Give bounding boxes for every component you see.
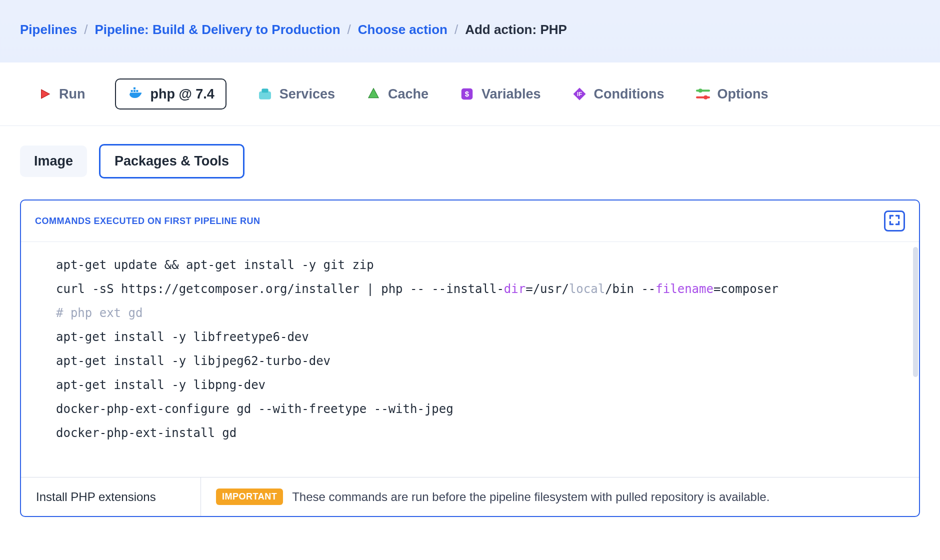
code-line: apt-get install -y libfreetype6-dev: [56, 325, 899, 349]
svg-rect-5: [262, 88, 268, 92]
tab-options-label: Options: [718, 86, 768, 102]
editor-header-title: COMMANDS EXECUTED ON FIRST PIPELINE RUN: [35, 216, 260, 226]
breadcrumb-current: Add action: PHP: [465, 22, 567, 38]
tab-environment-label: php @ 7.4: [150, 86, 214, 102]
subtab-image[interactable]: Image: [20, 146, 87, 177]
scrollbar[interactable]: [913, 247, 918, 377]
tab-cache-label: Cache: [388, 86, 428, 102]
breadcrumb: Pipelines / Pipeline: Build & Delivery t…: [20, 22, 920, 38]
expand-button[interactable]: [884, 210, 905, 232]
breadcrumb-separator: /: [84, 22, 88, 38]
action-tabs: Run php @ 7.4 Services: [0, 62, 940, 126]
svg-point-12: [704, 96, 708, 100]
tab-run[interactable]: Run: [36, 86, 85, 102]
code-editor[interactable]: apt-get update && apt-get install -y git…: [21, 242, 919, 477]
code-line: apt-get update && apt-get install -y git…: [56, 253, 899, 277]
tab-cache[interactable]: Cache: [365, 86, 428, 102]
docker-icon: [127, 86, 144, 102]
play-icon: [36, 86, 53, 102]
footer-note: IMPORTANT These commands are run before …: [201, 478, 784, 516]
sub-tabs: Image Packages & Tools: [20, 144, 920, 178]
svg-rect-0: [131, 90, 133, 92]
tab-options[interactable]: Options: [694, 86, 768, 102]
breadcrumb-link-choose-action[interactable]: Choose action: [358, 22, 448, 38]
variables-icon: $: [458, 86, 476, 102]
options-icon: [694, 86, 712, 102]
breadcrumb-link-pipelines[interactable]: Pipelines: [20, 22, 77, 38]
svg-rect-1: [134, 90, 136, 92]
code-line: apt-get install -y libjpeg62-turbo-dev: [56, 349, 899, 373]
tab-variables-label: Variables: [482, 86, 541, 102]
tab-run-label: Run: [59, 86, 85, 102]
svg-rect-2: [136, 90, 138, 92]
expand-icon: [888, 214, 901, 228]
footer-left-label[interactable]: Install PHP extensions: [21, 478, 201, 516]
tab-services[interactable]: Services: [256, 86, 335, 102]
code-line: curl -sS https://getcomposer.org/install…: [56, 277, 899, 301]
code-line: # php ext gd: [56, 301, 899, 325]
services-icon: [256, 86, 274, 102]
editor-footer: Install PHP extensions IMPORTANT These c…: [21, 477, 919, 516]
code-line: docker-php-ext-configure gd --with-freet…: [56, 397, 899, 421]
subtab-packages-tools[interactable]: Packages & Tools: [99, 144, 244, 178]
footer-note-text: These commands are run before the pipeli…: [292, 490, 770, 504]
svg-point-10: [698, 88, 702, 92]
svg-rect-3: [134, 88, 136, 90]
header: Pipelines / Pipeline: Build & Delivery t…: [0, 0, 940, 62]
tab-environment[interactable]: php @ 7.4: [115, 78, 226, 110]
breadcrumb-separator: /: [348, 22, 351, 38]
svg-text:IF: IF: [577, 91, 582, 97]
tab-variables[interactable]: $ Variables: [458, 86, 541, 102]
breadcrumb-separator: /: [454, 22, 458, 38]
editor-panel: COMMANDS EXECUTED ON FIRST PIPELINE RUN …: [20, 200, 920, 517]
tab-conditions-label: Conditions: [594, 86, 664, 102]
conditions-icon: IF: [571, 86, 588, 102]
breadcrumb-link-pipeline[interactable]: Pipeline: Build & Delivery to Production: [94, 22, 340, 38]
code-line: docker-php-ext-install gd: [56, 421, 899, 445]
svg-text:$: $: [465, 90, 470, 98]
cache-icon: [365, 86, 382, 102]
editor-header: COMMANDS EXECUTED ON FIRST PIPELINE RUN: [21, 200, 919, 242]
content-area: Image Packages & Tools COMMANDS EXECUTED…: [0, 126, 940, 517]
important-badge: IMPORTANT: [216, 488, 283, 505]
tab-services-label: Services: [280, 86, 335, 102]
tab-conditions[interactable]: IF Conditions: [571, 86, 664, 102]
code-line: apt-get install -y libpng-dev: [56, 373, 899, 397]
